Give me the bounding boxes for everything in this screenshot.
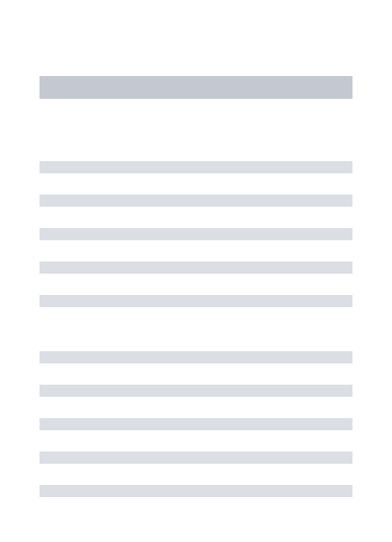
skeleton-line — [40, 485, 352, 497]
skeleton-line — [40, 452, 352, 464]
skeleton-line — [40, 295, 352, 307]
skeleton-line — [40, 161, 352, 173]
skeleton-line — [40, 385, 352, 397]
skeleton-line — [40, 351, 352, 363]
skeleton-line — [40, 195, 352, 207]
header-bar — [40, 76, 352, 99]
skeleton-line — [40, 228, 352, 240]
section-gap — [40, 328, 352, 351]
skeleton-line — [40, 418, 352, 430]
skeleton-line — [40, 261, 352, 274]
